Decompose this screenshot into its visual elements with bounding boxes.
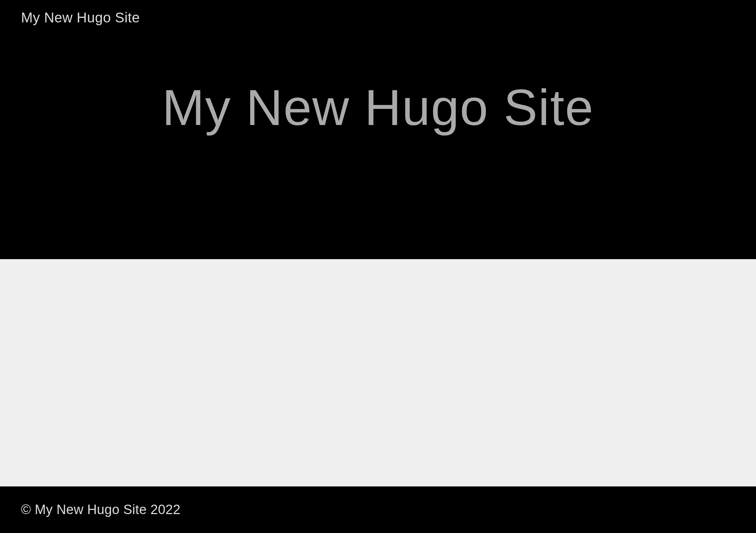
site-footer: © My New Hugo Site 2022 bbox=[0, 486, 756, 533]
main-content bbox=[0, 259, 756, 486]
nav-bar: My New Hugo Site bbox=[0, 0, 756, 30]
footer-copyright: © My New Hugo Site 2022 bbox=[21, 502, 735, 517]
hero-title: My New Hugo Site bbox=[14, 82, 742, 133]
hero-section: My New Hugo Site bbox=[0, 30, 756, 259]
site-title-link[interactable]: My New Hugo Site bbox=[21, 10, 140, 25]
site-header: My New Hugo Site My New Hugo Site bbox=[0, 0, 756, 259]
